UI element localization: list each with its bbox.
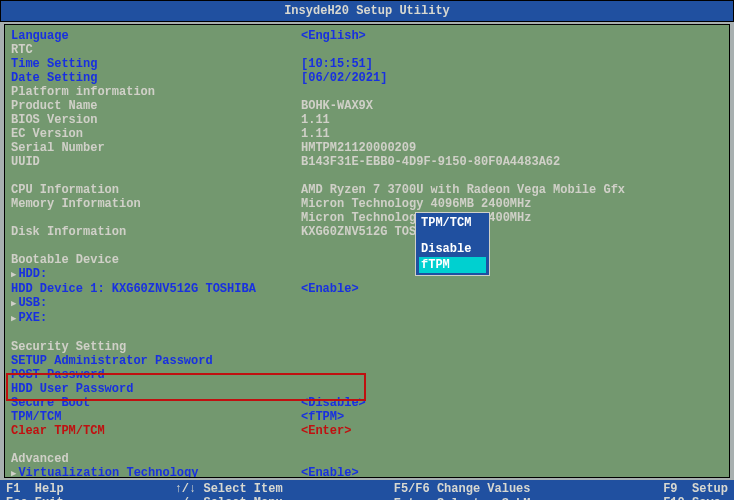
row-date[interactable]: Date Setting [06/02/2021] [11,71,723,85]
action-save: Save [692,496,721,500]
key-f10: F10 [663,496,685,500]
row-mem2: Micron Technology 4096MB 2400MHz [11,211,723,225]
footer-right: F9 Setup F10 Save [663,482,728,500]
label [11,211,301,225]
row-cleartpm[interactable]: Clear TPM/TCM <Enter> [11,424,723,438]
row-uuid: UUID B143F31E-EBB0-4D9F-9150-80F0A4483A6… [11,155,723,169]
label: Time Setting [11,57,301,71]
label: Serial Number [11,141,301,155]
row-usb[interactable]: USB: [11,296,723,311]
label: Platform information [11,85,301,99]
action-select-item: Select Item [203,482,282,496]
label: POST Password [11,368,301,382]
utility-title: InsydeH20 Setup Utility [284,4,450,18]
key-leftright: ←/→ [175,496,197,500]
row-rtc: RTC [11,43,723,57]
row-ec: EC Version 1.11 [11,127,723,141]
footer-bar: F1 Help Esc Exit ↑/↓ Select Item ←/→ Sel… [0,480,734,500]
label: PXE: [11,311,301,326]
footer-left: F1 Help Esc Exit [6,482,64,500]
key-f9: F9 [663,482,677,496]
key-updown: ↑/↓ [175,482,197,496]
action-select-menu: Select Menu [203,496,282,500]
value: <Enable> [301,466,359,478]
row-product: Product Name BOHK-WAX9X [11,99,723,113]
label: Disk Information [11,225,301,239]
value: [10:15:51] [301,57,373,71]
key-f1: F1 [6,482,20,496]
label: Security Setting [11,340,301,354]
action-exit: Exit [35,496,64,500]
action-setup: Setup [692,482,728,496]
popup-option-disable[interactable]: Disable [419,241,486,257]
label: Date Setting [11,71,301,85]
label: TPM/TCM [11,410,301,424]
value: BOHK-WAX9X [301,99,373,113]
value: Micron Technology 4096MB 2400MHz [301,197,531,211]
label: Memory Information [11,197,301,211]
value: [06/02/2021] [301,71,387,85]
footer-mid: ↑/↓ Select Item ←/→ Select Menu [175,482,283,500]
label: Product Name [11,99,301,113]
row-tpm[interactable]: TPM/TCM <fTPM> [11,410,723,424]
label: RTC [11,43,301,57]
tpm-popup[interactable]: TPM/TCM Disable fTPM [415,212,490,276]
label: HDD Device 1: KXG60ZNV512G TOSHIBA [11,282,301,296]
title-bar: InsydeH20 Setup Utility [0,0,734,22]
row-hdduser[interactable]: HDD User Password [11,382,723,396]
row-security: Security Setting [11,340,723,354]
label: UUID [11,155,301,169]
row-virt[interactable]: Virtualization Technology <Enable> [11,466,723,478]
row-hdd[interactable]: HDD: [11,267,723,282]
label: Bootable Device [11,253,301,267]
row-disk: Disk Information KXG60ZNV512G TOS [11,225,723,239]
row-pxe[interactable]: PXE: [11,311,723,326]
popup-title: TPM/TCM [419,215,486,231]
label: Virtualization Technology [11,466,301,478]
popup-option-ftpm[interactable]: fTPM [419,257,486,273]
row-language[interactable]: Language <English> [11,29,723,43]
row-hdd1[interactable]: HDD Device 1: KXG60ZNV512G TOSHIBA <Enab… [11,282,723,296]
key-esc: Esc [6,496,28,500]
row-secboot[interactable]: Secure Boot <Disable> [11,396,723,410]
value: B143F31E-EBB0-4D9F-9150-80F0A4483A62 [301,155,560,169]
value: HMTPM21120000209 [301,141,416,155]
label: USB: [11,296,301,311]
value: KXG60ZNV512G TOS [301,225,416,239]
row-bootable: Bootable Device [11,253,723,267]
row-serial: Serial Number HMTPM21120000209 [11,141,723,155]
row-mem1: Memory Information Micron Technology 409… [11,197,723,211]
row-post[interactable]: POST Password [11,368,723,382]
label: HDD User Password [11,382,301,396]
label: SETUP Administrator Password [11,354,301,368]
label: EC Version [11,127,301,141]
value: <Enter> [301,424,351,438]
value: AMD Ryzen 7 3700U with Radeon Vega Mobil… [301,183,625,197]
footer-mid2: F5/F6 Change Values Enter Select ▶ SubMe… [394,482,552,500]
value: <Enable> [301,282,359,296]
label: Secure Boot [11,396,301,410]
value: <English> [301,29,366,43]
value: <Disable> [301,396,366,410]
label: BIOS Version [11,113,301,127]
row-time[interactable]: Time Setting [10:15:51] [11,57,723,71]
action-change: Change Values [437,482,531,496]
value: <fTPM> [301,410,344,424]
row-platform: Platform information [11,85,723,99]
label: Language [11,29,301,43]
row-admin[interactable]: SETUP Administrator Password [11,354,723,368]
label: HDD: [11,267,301,282]
action-help: Help [35,482,64,496]
key-f5f6: F5/F6 [394,482,430,496]
row-cpu: CPU Information AMD Ryzen 7 3700U with R… [11,183,723,197]
row-advanced: Advanced [11,452,723,466]
label: Advanced [11,452,301,466]
value: 1.11 [301,127,330,141]
label: Clear TPM/TCM [11,424,301,438]
value: 1.11 [301,113,330,127]
row-bios: BIOS Version 1.11 [11,113,723,127]
label: CPU Information [11,183,301,197]
main-panel: Language <English> RTC Time Setting [10:… [4,24,730,478]
